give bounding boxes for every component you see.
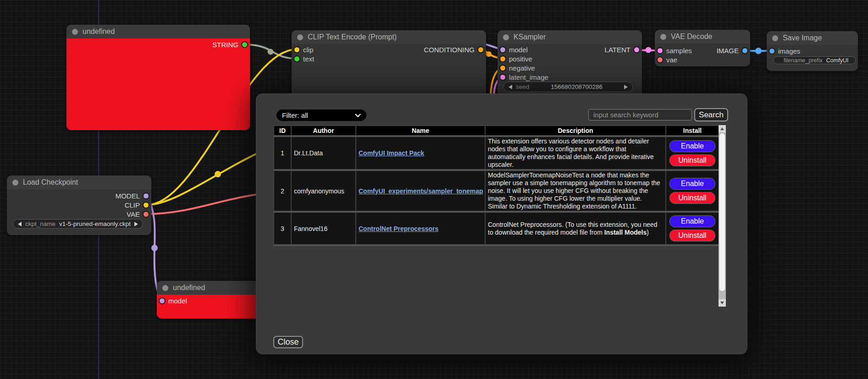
link-dot [151, 245, 158, 251]
clip-port-icon[interactable] [294, 47, 299, 52]
cell-description: ModelSamplerTonemapNoiseTest a node that… [485, 170, 666, 212]
node-title: Save Image [783, 34, 822, 42]
arrow-down-icon [720, 302, 724, 304]
latent-port-icon[interactable] [500, 75, 505, 80]
custom-nodes-table: ID Author Name Description Install 1 Dr.… [273, 125, 719, 246]
node-undefined-top[interactable]: undefined STRING [66, 25, 250, 130]
next-arrow-icon[interactable] [134, 222, 138, 226]
output-port-clip[interactable]: CLIP [125, 200, 149, 209]
node-load-checkpoint[interactable]: Load Checkpoint MODEL CLIP VAE ckpt_name… [7, 176, 151, 235]
cell-author: Fannovel16 [291, 212, 356, 245]
output-port-conditioning[interactable]: CONDITIONING [424, 45, 483, 54]
positive-port-icon[interactable] [500, 56, 505, 61]
samples-port-icon[interactable] [658, 48, 663, 53]
search-input[interactable] [588, 109, 692, 121]
output-port-image[interactable]: IMAGE [717, 46, 747, 55]
vae-port-icon[interactable] [658, 57, 663, 62]
custom-nodes-manager-dialog: Filter: all Search ID Author Name Descri… [256, 93, 747, 354]
increment-arrow-icon[interactable] [624, 85, 628, 89]
input-port-negative[interactable]: negative [500, 63, 535, 72]
ckpt-name-widget[interactable]: ckpt_name v1-5-pruned-emaonly.ckpt [13, 219, 143, 229]
node-save-image[interactable]: Save Image images filename_prefix ComfyU… [767, 31, 858, 71]
node-header[interactable]: KSampler [498, 30, 642, 44]
chevron-down-icon [355, 114, 361, 117]
collapse-dot-icon[interactable] [12, 180, 18, 186]
widget-value[interactable]: 156680208700286 [533, 83, 620, 90]
uninstall-button[interactable]: Uninstall [669, 230, 715, 242]
extension-name-link[interactable]: ComfyUI_experiments/sampler_tonemap [359, 187, 483, 195]
node-header[interactable]: CLIP Text Encode (Prompt) [292, 30, 486, 44]
collapse-dot-icon[interactable] [72, 29, 78, 35]
link-dot [486, 51, 492, 57]
decrement-arrow-icon[interactable] [509, 85, 512, 89]
collapse-dot-icon[interactable] [162, 285, 168, 291]
node-clip-text-encode[interactable]: CLIP Text Encode (Prompt) clip text COND… [292, 30, 486, 99]
description-text: ) [647, 229, 649, 236]
extension-name-link[interactable]: ControlNet Preprocessors [359, 225, 438, 232]
col-header-author: Author [291, 126, 356, 136]
input-port-text[interactable]: text [294, 54, 314, 63]
node-header[interactable]: VAE Decode [655, 30, 750, 44]
input-port-model[interactable]: model [500, 45, 528, 54]
enable-button[interactable]: Enable [669, 215, 715, 227]
latent-port-icon[interactable] [634, 47, 639, 52]
node-header[interactable]: Load Checkpoint [7, 176, 151, 189]
images-port-icon[interactable] [769, 49, 774, 54]
port-label: model [509, 46, 528, 54]
collapse-dot-icon[interactable] [297, 34, 303, 40]
custom-nodes-grid: ID Author Name Description Install 1 Dr.… [273, 125, 726, 307]
output-port-vae[interactable]: VAE [127, 209, 149, 219]
widget-value[interactable]: v1-5-pruned-emaonly.ckpt [59, 220, 131, 227]
seed-widget[interactable]: seed 156680208700286 [503, 82, 633, 92]
input-port-latent-image[interactable]: latent_image [500, 72, 548, 82]
port-label: samples [666, 47, 692, 55]
collapse-dot-icon[interactable] [503, 34, 509, 40]
table-scrollbar[interactable] [719, 125, 726, 307]
clip-port-icon[interactable] [144, 203, 149, 208]
filename-prefix-widget[interactable]: filename_prefix ComfyUI [773, 56, 856, 64]
uninstall-button[interactable]: Uninstall [669, 192, 715, 204]
node-header[interactable]: Save Image [767, 31, 858, 45]
string-port-icon[interactable] [242, 42, 247, 47]
scrollbar-thumb[interactable] [719, 133, 725, 291]
scroll-down-button[interactable] [719, 299, 726, 307]
scroll-up-button[interactable] [719, 125, 726, 132]
input-port-samples[interactable]: samples [658, 46, 692, 55]
model-port-icon[interactable] [144, 193, 149, 198]
collapse-dot-icon[interactable] [660, 34, 666, 40]
previous-arrow-icon[interactable] [18, 222, 22, 226]
filter-select[interactable]: Filter: all [276, 110, 366, 121]
model-port-icon[interactable] [160, 298, 165, 303]
node-header[interactable]: undefined [66, 25, 250, 38]
collapse-dot-icon[interactable] [772, 35, 778, 41]
widget-value[interactable]: ComfyUI [826, 57, 851, 64]
uninstall-button[interactable]: Uninstall [669, 154, 715, 166]
close-button[interactable]: Close [273, 336, 303, 348]
extension-name-link[interactable]: ComfyUI Impact Pack [359, 149, 424, 157]
input-port-vae[interactable]: vae [658, 55, 677, 64]
conditioning-port-icon[interactable] [478, 47, 483, 52]
output-port-string[interactable]: STRING [212, 40, 247, 49]
port-label: model [168, 297, 187, 305]
input-port-positive[interactable]: positive [500, 54, 532, 63]
model-port-icon[interactable] [500, 47, 505, 52]
image-port-icon[interactable] [742, 48, 747, 53]
port-label: images [778, 47, 800, 55]
node-graph-canvas[interactable]: undefined STRING CLIP Text Encode (Promp… [0, 0, 868, 379]
node-ksampler[interactable]: KSampler model positive negative latent_… [498, 30, 642, 99]
input-port-images[interactable]: images [769, 46, 800, 55]
vae-port-icon[interactable] [144, 212, 149, 217]
enable-button[interactable]: Enable [669, 178, 715, 190]
search-button[interactable]: Search [694, 108, 728, 121]
col-header-name: Name [356, 126, 485, 136]
node-vae-decode[interactable]: VAE Decode samples vae IMAGE [655, 30, 750, 66]
port-label: CLIP [125, 201, 140, 209]
output-port-model[interactable]: MODEL [116, 191, 149, 200]
input-port-clip[interactable]: clip [294, 45, 314, 54]
negative-port-icon[interactable] [500, 66, 505, 71]
enable-button[interactable]: Enable [669, 140, 715, 152]
output-port-latent[interactable]: LATENT [605, 45, 639, 54]
text-port-icon[interactable] [294, 56, 299, 61]
col-header-description: Description [485, 126, 666, 136]
input-port-model[interactable]: model [160, 296, 187, 305]
